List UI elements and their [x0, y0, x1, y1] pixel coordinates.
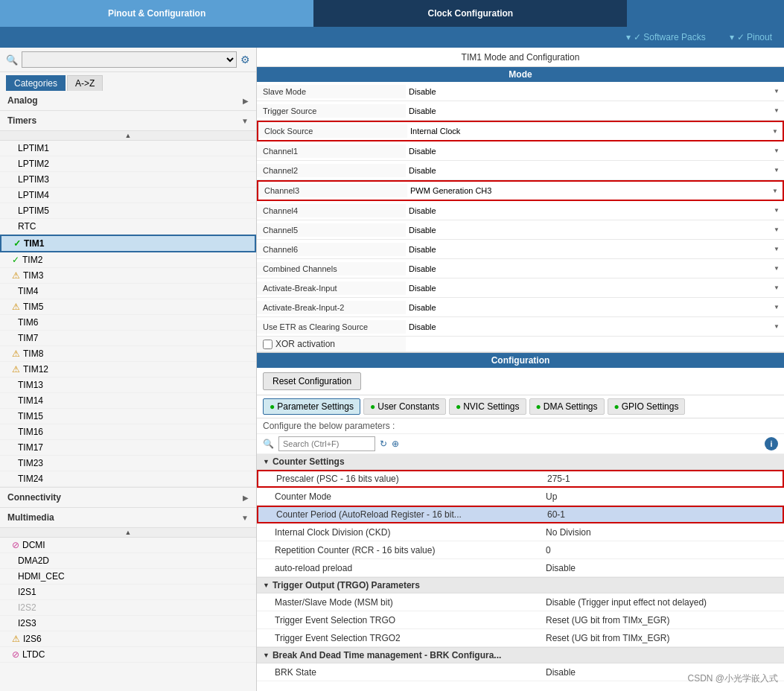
sidebar-item-tim6[interactable]: TIM6: [0, 315, 256, 331]
tim1-check-icon: ✓: [13, 238, 21, 249]
trgo-section-header[interactable]: ▼ Trigger Output (TRGO) Parameters: [257, 577, 784, 593]
sidebar-item-lptim5[interactable]: LPTIM5: [0, 203, 256, 219]
sidebar-item-i2s6[interactable]: ⚠ I2S6: [0, 631, 256, 647]
nav-pinout[interactable]: Pinout & Configuration: [0, 0, 313, 27]
counter-mode-name: Counter Mode: [257, 489, 540, 504]
sidebar-item-tim1[interactable]: ✓ TIM1: [0, 235, 256, 252]
sidebar-item-i2s1[interactable]: I2S1: [0, 585, 256, 600]
sidebar-item-i2s2[interactable]: I2S2: [0, 600, 256, 616]
search-dropdown[interactable]: [22, 51, 237, 68]
sidebar-item-tim8[interactable]: ⚠ TIM8: [0, 346, 256, 362]
sidebar-item-tim12[interactable]: ⚠ TIM12: [0, 362, 256, 378]
slave-mode-select[interactable]: Disable: [406, 83, 784, 101]
channel2-label: Channel2: [257, 164, 406, 177]
reset-config-button[interactable]: Reset Configuration: [263, 372, 361, 390]
tab-user-constants[interactable]: ● User Constants: [363, 398, 446, 415]
sidebar-item-tim14[interactable]: TIM14: [0, 393, 256, 409]
channel6-value-wrap: Disable ▼: [406, 241, 784, 258]
sidebar-item-tim24[interactable]: TIM24: [0, 471, 256, 487]
channel1-select[interactable]: Disable: [406, 142, 784, 160]
sidebar-item-rtc[interactable]: RTC: [0, 219, 256, 235]
sidebar-item-dma2d[interactable]: DMA2D: [0, 553, 256, 569]
channel4-select[interactable]: Disable: [406, 202, 784, 220]
multimedia-label: Multimedia: [7, 512, 54, 523]
i2s6-warning-icon: ⚠: [12, 634, 20, 644]
param-row-trgo2: Trigger Event Selection TRGO2 Reset (UG …: [257, 629, 784, 647]
channel1-value-wrap: Disable ▼: [406, 142, 784, 160]
tab-az[interactable]: A->Z: [67, 75, 103, 91]
sidebar-item-tim5[interactable]: ⚠ TIM5: [0, 299, 256, 315]
sidebar-item-dcmi[interactable]: ⊘ DCMI: [0, 538, 256, 553]
sidebar-item-tim15[interactable]: TIM15: [0, 409, 256, 424]
tab-dma-settings[interactable]: ● DMA Settings: [529, 398, 605, 415]
sidebar-item-ltdc[interactable]: ⊘ LTDC: [0, 647, 256, 663]
channel5-select[interactable]: Disable: [406, 221, 784, 239]
param-row-counter-period: Counter Period (AutoReload Register - 16…: [257, 506, 784, 523]
mode-row-channel1: Channel1 Disable ▼: [257, 141, 784, 161]
sidebar-item-lptim4[interactable]: LPTIM4: [0, 188, 256, 203]
params-search-input[interactable]: [278, 436, 375, 451]
sidebar-item-lptim1[interactable]: LPTIM1: [0, 141, 256, 156]
sidebar-item-lptim2[interactable]: LPTIM2: [0, 156, 256, 172]
timers-header[interactable]: Timers ▼: [0, 111, 256, 131]
etr-clearing-select[interactable]: Disable: [406, 318, 784, 336]
config-toolbar: Reset Configuration: [257, 368, 784, 395]
nav-extra: [627, 0, 784, 27]
mode-row-etr-clearing: Use ETR as Clearing Source Disable ▼: [257, 317, 784, 337]
sidebar-section-analog[interactable]: Analog ▶: [0, 91, 256, 111]
sidebar-item-tim17[interactable]: TIM17: [0, 440, 256, 456]
channel6-select[interactable]: Disable: [406, 241, 784, 258]
param-row-trgo: Trigger Event Selection TRGO Reset (UG b…: [257, 611, 784, 629]
channel3-select[interactable]: PWM Generation CH3: [407, 182, 783, 200]
break-input-2-select[interactable]: Disable: [406, 299, 784, 316]
expand-icon[interactable]: ⊕: [392, 439, 399, 449]
params-search-bar: 🔍 ↻ ⊕ i: [257, 434, 784, 454]
counter-period-value: 60-1: [541, 507, 783, 522]
tab-gpio-settings[interactable]: ● GPIO Settings: [608, 398, 686, 415]
trgo-name: Trigger Event Selection TRGO: [257, 613, 540, 628]
tab-categories[interactable]: Categories: [6, 75, 66, 91]
mode-rows: Slave Mode Disable ▼ Trigger Source Disa…: [257, 82, 784, 353]
timers-chevron: ▼: [241, 117, 249, 125]
sidebar-section-connectivity[interactable]: Connectivity ▶: [0, 487, 256, 508]
gear-icon[interactable]: ⚙: [240, 54, 250, 66]
trigger-source-select[interactable]: Disable: [406, 102, 784, 120]
sidebar-item-tim4[interactable]: TIM4: [0, 284, 256, 299]
clock-division-name: Internal Clock Division (CKD): [257, 525, 540, 540]
combined-channels-select[interactable]: Disable: [406, 260, 784, 278]
top-nav: Pinout & Configuration Clock Configurati…: [0, 0, 784, 27]
combined-channels-label: Combined Channels: [257, 262, 406, 276]
param-row-prescaler: Prescaler (PSC - 16 bits value) 275-1: [257, 470, 784, 488]
tim5-warning-icon: ⚠: [12, 302, 20, 312]
sidebar-item-tim16[interactable]: TIM16: [0, 424, 256, 440]
break-input-select[interactable]: Disable: [406, 279, 784, 297]
info-icon[interactable]: i: [765, 437, 778, 450]
scroll-up[interactable]: ▲: [0, 131, 256, 141]
refresh-icon[interactable]: ↻: [380, 439, 387, 449]
tab-nvic-settings[interactable]: ● NVIC Settings: [449, 398, 526, 415]
sidebar-item-i2s3[interactable]: I2S3: [0, 616, 256, 631]
param-row-counter-mode: Counter Mode Up: [257, 488, 784, 506]
clock-source-select[interactable]: Internal Clock: [407, 122, 783, 140]
sub-nav-software-packs[interactable]: ▾ ✓ Software Packs: [614, 32, 718, 42]
channel2-select[interactable]: Disable: [406, 162, 784, 179]
sidebar-item-lptim3[interactable]: LPTIM3: [0, 172, 256, 188]
mode-row-channel3: Channel3 PWM Generation CH3 ▼: [257, 180, 784, 201]
sidebar-item-tim7[interactable]: TIM7: [0, 331, 256, 346]
multimedia-header[interactable]: Multimedia ▼: [0, 508, 256, 528]
mode-row-channel5: Channel5 Disable ▼: [257, 220, 784, 240]
counter-settings-header[interactable]: ▼ Counter Settings: [257, 454, 784, 470]
tab-parameter-settings[interactable]: ● Parameter Settings: [263, 398, 360, 415]
xor-checkbox[interactable]: [263, 340, 273, 349]
brk-section-header[interactable]: ▼ Break And Dead Time management - BRK C…: [257, 647, 784, 663]
scroll-up-2[interactable]: ▲: [0, 528, 256, 538]
brk-state-name: BRK State: [257, 665, 540, 680]
sidebar-item-tim23[interactable]: TIM23: [0, 456, 256, 471]
nav-clock[interactable]: Clock Configuration: [313, 0, 627, 27]
sidebar-item-hdmi-cec[interactable]: HDMI_CEC: [0, 569, 256, 585]
sidebar-item-tim2[interactable]: ✓ TIM2: [0, 252, 256, 268]
sub-nav-pinout[interactable]: ▾ ✓ Pinout: [718, 32, 784, 42]
channel2-value-wrap: Disable ▼: [406, 162, 784, 179]
sidebar-item-tim13[interactable]: TIM13: [0, 378, 256, 393]
sidebar-item-tim3[interactable]: ⚠ TIM3: [0, 268, 256, 284]
